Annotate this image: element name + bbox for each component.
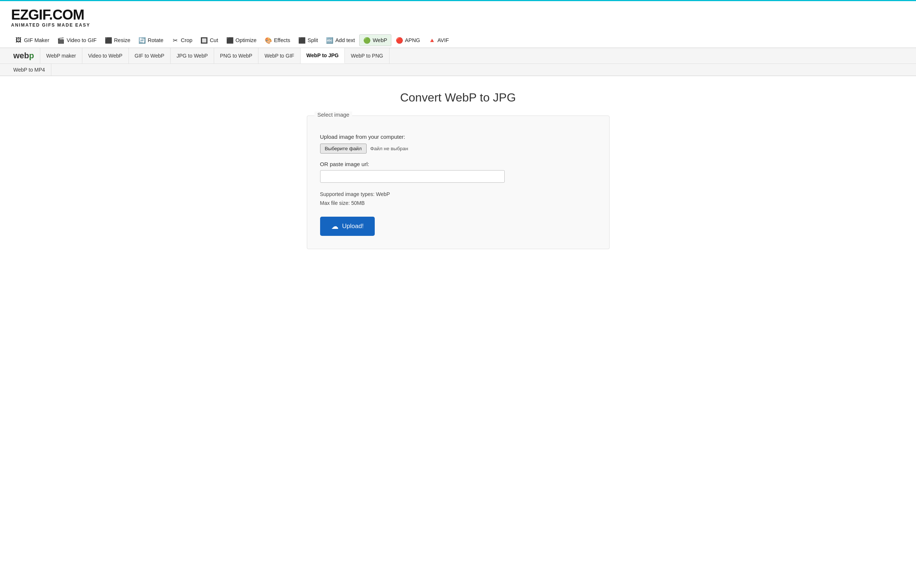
resize-icon: ⬛ bbox=[105, 37, 112, 44]
or-paste-url-label: OR paste image url: bbox=[320, 161, 596, 167]
effects-label: Effects bbox=[274, 37, 290, 43]
webp-logo-web: web bbox=[13, 51, 29, 61]
cut-icon: 🔲 bbox=[200, 37, 208, 44]
file-no-chosen-label: Файл не выбран bbox=[370, 146, 408, 151]
webp-logo-p: p bbox=[29, 51, 34, 61]
upload-card: Select image Upload image from your comp… bbox=[307, 116, 609, 249]
sub-nav-row2: WebP to MP4 bbox=[0, 63, 916, 76]
main-content: Convert WebP to JPG Select image Upload … bbox=[0, 76, 916, 264]
page-title: Convert WebP to JPG bbox=[400, 91, 516, 105]
sub-nav-item-webp-to-png[interactable]: WebP to PNG bbox=[345, 48, 389, 63]
upload-button[interactable]: ☁ Upload! bbox=[320, 216, 375, 236]
main-nav-item-crop[interactable]: ✂Crop bbox=[168, 35, 196, 46]
rotate-icon: 🔄 bbox=[139, 37, 146, 44]
upload-icon: ☁ bbox=[331, 222, 339, 231]
main-nav-item-rotate[interactable]: 🔄Rotate bbox=[135, 35, 167, 46]
sub-nav-row2-item-webp-to-mp4[interactable]: WebP to MP4 bbox=[7, 64, 51, 76]
header: EZGIF.COM ANIMATED GIFS MADE EASY bbox=[0, 1, 916, 31]
avif-label: AVIF bbox=[438, 37, 449, 43]
apng-icon: 🔴 bbox=[396, 37, 403, 44]
split-label: Split bbox=[307, 37, 318, 43]
sub-nav-item-video-to-webp[interactable]: Video to WebP bbox=[82, 48, 129, 63]
main-nav-item-video-to-gif[interactable]: 🎬Video to GIF bbox=[53, 35, 100, 46]
video-to-gif-label: Video to GIF bbox=[66, 37, 96, 43]
crop-icon: ✂ bbox=[172, 37, 179, 44]
add-text-icon: 🔤 bbox=[326, 37, 333, 44]
avif-icon: 🔺 bbox=[428, 37, 436, 44]
apng-label: APNG bbox=[405, 37, 420, 43]
main-nav-item-gif-maker[interactable]: 🖼GIF Maker bbox=[11, 35, 53, 46]
optimize-label: Optimize bbox=[236, 37, 257, 43]
main-nav-item-resize[interactable]: ⬛Resize bbox=[101, 35, 134, 46]
effects-icon: 🎨 bbox=[265, 37, 272, 44]
choose-file-button[interactable]: Выберите файл bbox=[320, 144, 367, 153]
webp-logo: webp bbox=[7, 48, 40, 63]
main-nav-item-split[interactable]: ⬛Split bbox=[295, 35, 321, 46]
supported-types-text: Supported image types: WebP bbox=[320, 190, 596, 199]
main-nav-item-apng[interactable]: 🔴APNG bbox=[392, 35, 424, 46]
sub-nav-item-jpg-to-webp[interactable]: JPG to WebP bbox=[171, 48, 214, 63]
main-nav-item-avif[interactable]: 🔺AVIF bbox=[425, 35, 452, 46]
upload-card-title: Select image bbox=[315, 111, 352, 118]
main-nav-item-effects[interactable]: 🎨Effects bbox=[261, 35, 294, 46]
gif-maker-label: GIF Maker bbox=[24, 37, 49, 43]
max-file-size-text: Max file size: 50MB bbox=[320, 199, 596, 208]
rotate-label: Rotate bbox=[148, 37, 163, 43]
logo-main: EZGIF.COM bbox=[11, 8, 905, 22]
video-to-gif-icon: 🎬 bbox=[57, 37, 65, 44]
webp-label: WebP bbox=[373, 37, 387, 43]
upload-label: Upload image from your computer: bbox=[320, 134, 596, 140]
upload-button-label: Upload! bbox=[342, 223, 364, 230]
main-nav: 🖼GIF Maker🎬Video to GIF⬛Resize🔄Rotate✂Cr… bbox=[0, 31, 916, 48]
sub-nav-item-webp-to-gif[interactable]: WebP to GIF bbox=[258, 48, 300, 63]
main-nav-item-cut[interactable]: 🔲Cut bbox=[197, 35, 222, 46]
url-input[interactable] bbox=[320, 170, 505, 183]
crop-label: Crop bbox=[181, 37, 192, 43]
split-icon: ⬛ bbox=[298, 37, 306, 44]
cut-label: Cut bbox=[210, 37, 218, 43]
gif-maker-icon: 🖼 bbox=[15, 37, 22, 44]
main-nav-item-webp[interactable]: 🟢WebP bbox=[359, 34, 391, 46]
file-input-row: Выберите файл Файл не выбран bbox=[320, 144, 596, 153]
resize-label: Resize bbox=[114, 37, 130, 43]
sub-nav-item-gif-to-webp[interactable]: GIF to WebP bbox=[129, 48, 171, 63]
logo-sub: ANIMATED GIFS MADE EASY bbox=[11, 23, 905, 28]
optimize-icon: ⬛ bbox=[226, 37, 234, 44]
supported-info: Supported image types: WebP Max file siz… bbox=[320, 190, 596, 208]
sub-nav: webp WebP makerVideo to WebPGIF to WebPJ… bbox=[0, 48, 916, 63]
sub-nav-wrapper: webp WebP makerVideo to WebPGIF to WebPJ… bbox=[0, 48, 916, 76]
webp-icon: 🟢 bbox=[363, 37, 371, 44]
sub-nav-item-webp-to-jpg[interactable]: WebP to JPG bbox=[300, 48, 345, 63]
add-text-label: Add text bbox=[335, 37, 355, 43]
sub-nav-item-png-to-webp[interactable]: PNG to WebP bbox=[214, 48, 259, 63]
sub-nav-item-webp-maker[interactable]: WebP maker bbox=[40, 48, 82, 63]
main-nav-item-add-text[interactable]: 🔤Add text bbox=[322, 35, 359, 46]
main-nav-item-optimize[interactable]: ⬛Optimize bbox=[223, 35, 260, 46]
